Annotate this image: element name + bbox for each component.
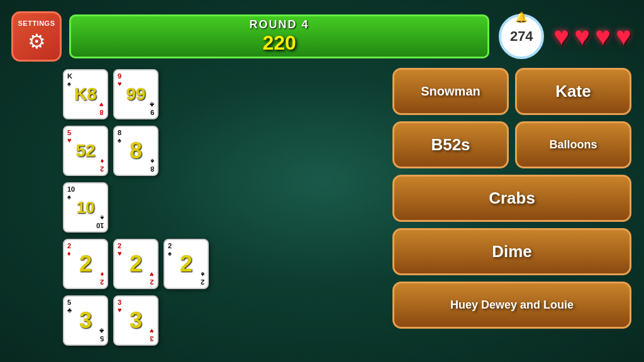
timer-circle: 🔔 274 xyxy=(499,14,544,59)
card-rank-top: 10♠ xyxy=(67,185,75,200)
card-display: 3 xyxy=(130,307,142,334)
card-display: 2 xyxy=(130,251,142,277)
top-bar: ROUND 4 220 🔔 274 ♥ ♥ ♥ ♥ xyxy=(69,11,631,62)
card-display: 8 xyxy=(130,138,142,164)
score-value: 220 xyxy=(262,31,296,55)
card-rank-bottom: 2♠ xyxy=(201,271,204,286)
player-btn-kate[interactable]: Kate xyxy=(515,68,631,115)
card-rank-top: 8♠ xyxy=(118,129,121,144)
players-area: Snowman Kate B52s Balloons Crabs Dime Hu… xyxy=(392,68,631,329)
settings-button[interactable]: SETTINGS ⚙ xyxy=(11,11,62,62)
card-row-2: 5♥ 52 2♦ 8♠ 8 8♠ xyxy=(63,126,352,176)
card-display: 2 xyxy=(180,251,192,277)
card-display: 10 xyxy=(77,198,95,217)
card-rank-top: 5♣ xyxy=(67,299,72,314)
card-display: 99 xyxy=(126,84,145,104)
settings-label: SETTINGS xyxy=(18,19,55,27)
card-rank-bottom: 8♠ xyxy=(150,158,154,173)
card-rank-top: K♠ xyxy=(67,72,72,87)
card-display: K8 xyxy=(74,84,97,104)
card-display: 52 xyxy=(75,141,95,161)
player-name-dime: Dime xyxy=(492,242,532,261)
card-rank-bottom: 3♥ xyxy=(150,327,154,343)
heart-4: ♥ xyxy=(616,21,631,52)
card-row-3: 10♠ 10 10♠ xyxy=(63,182,352,233)
player-name-crabs: Crabs xyxy=(489,189,535,208)
lives-display: ♥ ♥ ♥ ♥ xyxy=(553,21,631,52)
card-rank-top: 9♥ xyxy=(118,72,122,87)
gear-icon: ⚙ xyxy=(28,30,46,53)
player-name-balloons: Balloons xyxy=(549,138,597,151)
card-52: 5♥ 52 2♦ xyxy=(63,126,108,176)
card-rank-top: 5♥ xyxy=(67,129,72,144)
card-2s: 2♠ 2 2♠ xyxy=(164,239,209,289)
card-rank-top: 2♦ xyxy=(67,242,71,257)
card-rank-bottom: 9♣ xyxy=(150,101,154,116)
player-btn-balloons[interactable]: Balloons xyxy=(515,121,631,168)
card-rank-bottom: 10♠ xyxy=(96,214,104,229)
cards-area: K♠ K8 8♥ 9♥ 99 9♣ 5♥ 52 2♦ 8♠ 8 8♠ 10♠ 1… xyxy=(63,69,352,352)
card-k8: K♠ K8 8♥ xyxy=(63,69,108,119)
player-btn-crabs[interactable]: Crabs xyxy=(392,175,631,222)
card-99: 9♥ 99 9♣ xyxy=(113,69,158,119)
player-btn-dime[interactable]: Dime xyxy=(392,228,631,275)
card-row-5: 5♣ 3 5♣ 3♥ 3 3♥ xyxy=(63,295,352,346)
card-rank-bottom: 5♣ xyxy=(99,327,104,343)
card-rank-bottom: 2♦ xyxy=(100,158,104,173)
heart-1: ♥ xyxy=(553,21,569,52)
timer-value: 274 xyxy=(510,28,533,45)
player-btn-b52s[interactable]: B52s xyxy=(392,121,509,168)
player-name-snowman: Snowman xyxy=(421,84,480,99)
alarm-icon: 🔔 xyxy=(515,11,528,23)
card-rank-bottom: 2♥ xyxy=(150,271,154,286)
player-name-b52s: B52s xyxy=(431,135,470,155)
card-rank-bottom: 8♥ xyxy=(99,101,104,116)
card-5c: 5♣ 3 5♣ xyxy=(63,295,108,346)
card-display: 3 xyxy=(79,307,92,334)
card-2d: 2♦ 2 2♦ xyxy=(63,239,108,289)
card-8: 8♠ 8 8♠ xyxy=(113,126,158,176)
card-10: 10♠ 10 10♠ xyxy=(63,182,108,233)
card-display: 2 xyxy=(79,251,92,277)
card-rank-top: 3♥ xyxy=(118,299,122,314)
heart-2: ♥ xyxy=(574,21,590,52)
heart-3: ♥ xyxy=(595,21,611,52)
card-rank-bottom: 2♦ xyxy=(100,271,104,286)
score-bar: ROUND 4 220 xyxy=(69,14,489,58)
card-2h: 2♥ 2 2♥ xyxy=(113,239,158,289)
player-btn-huey[interactable]: Huey Dewey and Louie xyxy=(392,282,631,329)
player-name-huey: Huey Dewey and Louie xyxy=(450,299,574,312)
card-row-1: K♠ K8 8♥ 9♥ 99 9♣ xyxy=(63,69,352,119)
card-3h: 3♥ 3 3♥ xyxy=(113,295,158,346)
round-label: ROUND 4 xyxy=(250,18,309,31)
player-name-kate: Kate xyxy=(555,82,591,101)
card-rank-top: 2♠ xyxy=(168,242,172,257)
card-row-4: 2♦ 2 2♦ 2♥ 2 2♥ 2♠ 2 2♠ xyxy=(63,239,352,289)
player-btn-snowman[interactable]: Snowman xyxy=(392,68,509,115)
card-rank-top: 2♥ xyxy=(118,242,122,257)
